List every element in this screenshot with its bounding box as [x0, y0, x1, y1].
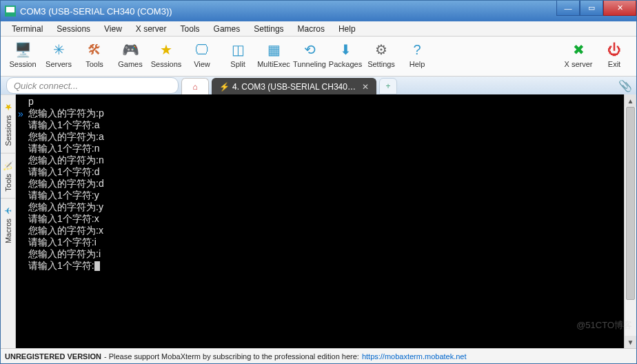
lightning-icon: ⚡ [219, 82, 230, 92]
tool-games[interactable]: 🎮Games [112, 39, 148, 68]
tool-sessions[interactable]: ★Sessions [148, 39, 184, 68]
settings-icon: ⚙ [372, 41, 390, 59]
menu-settings[interactable]: Settings [247, 23, 290, 35]
terminal-line: 您输入的字符为:a [28, 131, 621, 143]
menu-help[interactable]: Help [332, 23, 363, 35]
x server-icon: ✖ [569, 41, 587, 59]
tool-split[interactable]: ◫Split [220, 39, 256, 68]
tool-label: Sessions [151, 60, 182, 68]
minimize-button[interactable]: — [556, 1, 580, 16]
tool-label: View [194, 60, 210, 68]
terminal-output[interactable]: p您输入的字符为:p请输入1个字符:a您输入的字符为:a请输入1个字符:n您输入… [26, 94, 624, 348]
terminal-line: p [28, 96, 621, 108]
titlebar: COM3 (USB-SERIAL CH340 (COM3)) — ▭ ✕ [1, 1, 636, 21]
help-icon: ? [408, 41, 426, 59]
tool-tunneling[interactable]: ⟲Tunneling [292, 39, 327, 68]
exit-icon: ⏻ [605, 41, 623, 59]
terminal-line: 请输入1个字符:d [28, 166, 621, 178]
scroll-down-icon[interactable]: ▼ [625, 336, 636, 348]
tool-label: Exit [608, 60, 620, 68]
macros-icon: ✈ [4, 205, 12, 216]
sessions-icon: ★ [4, 102, 12, 112]
paperclip-icon[interactable]: 📎 [618, 79, 632, 92]
tool-label: Session [9, 60, 36, 68]
scroll-up-icon[interactable]: ▲ [625, 94, 636, 107]
tool-multiexec[interactable]: ▦MultiExec [256, 39, 292, 68]
close-button[interactable]: ✕ [603, 1, 636, 16]
app-icon [5, 6, 16, 17]
terminal-line: 请输入1个字符: [28, 260, 621, 272]
terminal-line: 您输入的字符为:x [28, 225, 621, 236]
terminal-line: 您输入的字符为:d [28, 178, 621, 190]
status-link[interactable]: https://mobaxterm.mobatek.net [362, 352, 467, 361]
tool-help[interactable]: ?Help [399, 39, 435, 68]
tool-label: Tools [85, 60, 103, 68]
menu-view[interactable]: View [97, 23, 129, 35]
new-tab-button[interactable]: + [379, 78, 397, 94]
window-controls: — ▭ ✕ [556, 1, 636, 21]
tool-packages[interactable]: ⬇Packages [327, 39, 363, 68]
sidetab-macros[interactable]: Macros✈ [1, 198, 15, 250]
servers-icon: ✳ [50, 41, 68, 59]
toolbar: 🖥️Session✳Servers🛠Tools🎮Games★Sessions🖵V… [1, 37, 636, 77]
tool-servers[interactable]: ✳Servers [41, 39, 77, 68]
tool-label: Settings [367, 60, 395, 68]
scroll-thumb[interactable] [626, 107, 635, 300]
terminal-line: 请输入1个字符:x [28, 213, 621, 225]
maximize-button[interactable]: ▭ [580, 1, 603, 16]
packages-icon: ⬇ [336, 41, 354, 59]
terminal-line: 您输入的字符为:n [28, 154, 621, 166]
tool-tools[interactable]: 🛠Tools [77, 39, 112, 68]
tool-label: MultiExec [257, 60, 290, 68]
tool-settings[interactable]: ⚙Settings [363, 39, 399, 68]
scrollbar[interactable]: ▲ ▼ [624, 94, 636, 348]
tool-label: X server [565, 60, 593, 68]
home-tab[interactable]: ⌂ [181, 78, 209, 94]
tunneling-icon: ⟲ [301, 41, 318, 59]
terminal-line: 请输入1个字符:y [28, 190, 621, 201]
tool-label: Packages [329, 60, 362, 68]
menu-sessions[interactable]: Sessions [50, 23, 97, 35]
tools-icon: 🛠 [85, 41, 103, 59]
window-title: COM3 (USB-SERIAL CH340 (COM3)) [20, 6, 172, 17]
tool-label: Help [410, 60, 425, 68]
terminal-line: 您输入的字符为:y [28, 201, 621, 213]
side-panel: Sessions★Tools🪄Macros✈ [1, 94, 16, 348]
tool-session[interactable]: 🖥️Session [5, 39, 41, 68]
tool-x server[interactable]: ✖X server [560, 39, 596, 68]
collapse-arrows[interactable]: » [16, 94, 26, 348]
status-text: - Please support MobaXterm by subscribin… [104, 352, 359, 361]
terminal-line: 您输入的字符为:i [28, 248, 621, 260]
terminal-line: 您输入的字符为:p [28, 108, 621, 119]
tool-exit[interactable]: ⏻Exit [596, 39, 632, 68]
tool-label: Servers [46, 60, 72, 68]
view-icon: 🖵 [193, 41, 211, 59]
cursor [94, 261, 100, 271]
svg-rect-1 [6, 7, 14, 12]
tool-label: Games [118, 60, 142, 68]
menu-macros[interactable]: Macros [291, 23, 332, 35]
sidetab-tools[interactable]: Tools🪄 [1, 153, 15, 199]
menu-terminal[interactable]: Terminal [5, 23, 50, 35]
tool-view[interactable]: 🖵View [184, 39, 220, 68]
sessions-icon: ★ [157, 41, 175, 59]
terminal-tab-active[interactable]: ⚡ 4. COM3 (USB-SERIAL CH340 (CO ✕ [212, 78, 376, 94]
menu-games[interactable]: Games [207, 23, 247, 35]
menu-tools[interactable]: Tools [174, 23, 207, 35]
menubar: TerminalSessionsViewX serverToolsGamesSe… [1, 21, 636, 37]
split-icon: ◫ [229, 41, 247, 59]
terminal-line: 请输入1个字符:i [28, 236, 621, 248]
games-icon: 🎮 [121, 41, 139, 59]
terminal-line: 请输入1个字符:a [28, 119, 621, 131]
sidetab-sessions[interactable]: Sessions★ [1, 94, 15, 153]
quick-connect-input[interactable]: Quick connect... [6, 77, 179, 94]
session-icon: 🖥️ [14, 41, 32, 59]
tool-label: Split [230, 60, 245, 68]
menu-x-server[interactable]: X server [129, 23, 174, 35]
status-bold: UNREGISTERED VERSION [5, 352, 101, 361]
tabbar: Quick connect... ⌂ ⚡ 4. COM3 (USB-SERIAL… [1, 77, 636, 94]
tab-close-icon[interactable]: ✕ [362, 82, 369, 92]
home-icon: ⌂ [192, 82, 197, 92]
multiexec-icon: ▦ [265, 41, 283, 59]
terminal-line: 请输入1个字符:n [28, 143, 621, 154]
